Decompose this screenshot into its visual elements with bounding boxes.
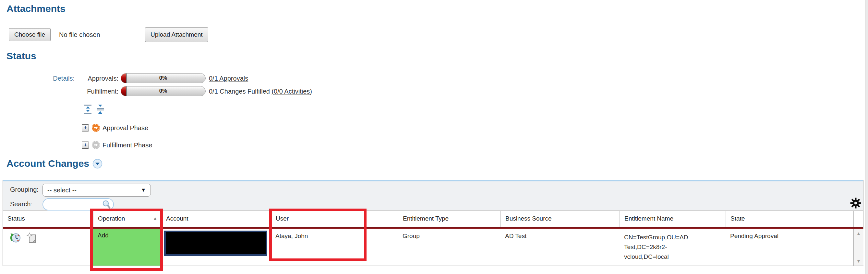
column-header-user[interactable]: User <box>271 211 398 227</box>
approvals-link[interactable]: 0/1 Approvals <box>209 75 248 82</box>
column-header-state[interactable]: State <box>725 211 854 227</box>
cell-operation: Add <box>93 229 161 266</box>
approval-phase-expander[interactable]: + <box>82 124 89 132</box>
no-file-chosen-text: No file chosen <box>59 31 100 38</box>
choose-file-button[interactable]: Choose file <box>9 28 51 41</box>
table-row[interactable]: Add Ataya, John Group AD Test CN=TestGro… <box>3 229 863 266</box>
fulfillment-phase-label: Fulfillment Phase <box>102 141 152 149</box>
cell-entitlement-type: Group <box>403 233 420 240</box>
table-settings-gear-icon[interactable] <box>850 198 861 209</box>
table-header-row: Status Operation ▲ Account User Entitlem… <box>3 211 863 227</box>
account-changes-section-title: Account Changes <box>6 158 89 169</box>
column-header-entitlement-name[interactable]: Entitlement Name <box>620 211 725 227</box>
column-header-business-source[interactable]: Business Source <box>500 211 620 227</box>
collapse-section-icon[interactable] <box>92 159 102 169</box>
sort-ascending-icon: ▲ <box>153 211 157 226</box>
expand-all-icon[interactable] <box>84 104 92 115</box>
status-section-title: Status <box>6 50 36 62</box>
column-header-account[interactable]: Account <box>161 211 271 227</box>
grouping-label: Grouping: <box>10 186 39 193</box>
activities-link[interactable]: (0/0 Activities) <box>272 88 312 95</box>
approval-phase-label: Approval Phase <box>102 124 148 132</box>
fulfillment-progress-value: 0% <box>121 88 205 94</box>
cell-state: Pending Approval <box>730 233 778 240</box>
scroll-up-icon[interactable]: ▲ <box>854 231 864 236</box>
select-caret-icon: ▼ <box>141 184 146 196</box>
column-header-operation-label: Operation <box>98 215 125 222</box>
collapse-all-icon[interactable] <box>96 104 104 115</box>
table-toolbar: Grouping: -- select -- ▼ Search: <box>3 181 863 210</box>
page-scrollbar-track[interactable] <box>865 0 868 274</box>
cell-user: Ataya, John <box>275 233 308 240</box>
approvals-label: Approvals: <box>77 75 118 82</box>
cell-entitlement-name: CN=TestGroup,OU=AD Test,DC=2k8r2-vcloud,… <box>624 233 707 262</box>
grouping-selected-value: -- select -- <box>48 186 76 194</box>
column-header-status[interactable]: Status <box>3 211 93 227</box>
scroll-down-icon[interactable]: ▼ <box>854 258 864 264</box>
table-scrollbar[interactable]: ▲ ▼ <box>854 229 864 266</box>
fulfillment-summary-text: 0/1 Changes Fulfilled <box>209 88 272 95</box>
grouping-select[interactable]: -- select -- ▼ <box>42 184 151 197</box>
search-label: Search: <box>10 201 32 208</box>
cell-account-redacted <box>164 231 267 256</box>
scrollbar-header-spacer <box>854 211 864 227</box>
column-header-entitlement-type[interactable]: Entitlement Type <box>398 211 500 227</box>
upload-attachment-button[interactable]: Upload Attachment <box>145 27 208 42</box>
approval-phase-icon <box>91 124 100 133</box>
row-new-item-icon <box>26 233 37 244</box>
cell-business-source: AD Test <box>505 233 526 240</box>
account-changes-table: Grouping: -- select -- ▼ Search: <box>3 180 864 266</box>
search-icon[interactable] <box>101 200 111 209</box>
fulfillment-label: Fulfillment: <box>77 88 118 95</box>
approvals-progress-bar: 0% <box>121 73 206 83</box>
fulfillment-progress-bar: 0% <box>121 86 206 96</box>
attachments-section-title: Attachments <box>6 3 65 14</box>
search-box <box>42 198 114 210</box>
search-input[interactable] <box>47 200 99 209</box>
fulfillment-phase-icon <box>91 141 100 150</box>
row-status-pending-icon <box>9 232 22 244</box>
fulfillment-phase-expander[interactable]: + <box>82 141 89 149</box>
column-header-operation[interactable]: Operation ▲ <box>93 211 161 227</box>
approvals-progress-value: 0% <box>121 75 205 81</box>
details-label: Details: <box>42 75 74 82</box>
